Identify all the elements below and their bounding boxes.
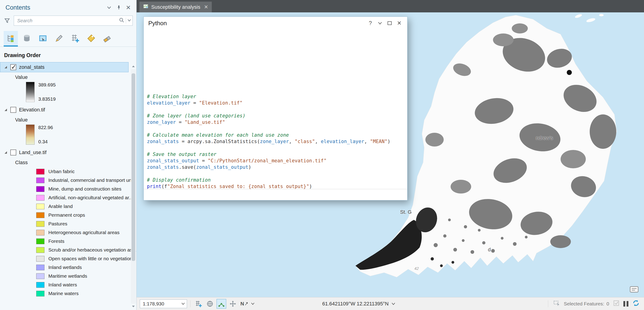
search-options-chevron-icon[interactable] (128, 19, 131, 23)
map-scale-select[interactable]: 1:178,930 (140, 299, 187, 308)
layer-name[interactable]: Land_use.tif (19, 150, 46, 155)
refresh-icon[interactable] (632, 299, 640, 308)
code-line: # Save the output raster (147, 151, 407, 158)
clear-selection-icon[interactable] (613, 300, 620, 308)
pan-crosshair-icon[interactable] (228, 299, 238, 309)
arcgis-pro-window: Contents ✕ (0, 0, 644, 310)
contents-scrollbar[interactable] (131, 64, 136, 309)
coordinates-value: 61.6421109°W 12.2211395°N (322, 301, 389, 307)
code-line: # Elevation layer (147, 93, 407, 100)
legend-class-label: Forests (48, 238, 64, 244)
collapse-chevron-icon[interactable] (375, 19, 385, 28)
python-transcript[interactable]: # Elevation layerelevation_layer = "Elev… (144, 30, 407, 189)
ramp-max-value: 389.695 (38, 82, 56, 88)
code-line: zone_layer = "Land_use.tif" (147, 119, 407, 125)
snapping-icon[interactable] (216, 299, 226, 309)
legend-class-label: Industrial, commercial and transport un.… (48, 177, 136, 183)
contents-search-box (14, 16, 133, 26)
legend-color-chip (36, 282, 44, 288)
list-by-labeling-icon[interactable] (84, 31, 98, 47)
float-window-icon[interactable] (385, 19, 394, 28)
scrollbar-thumb[interactable] (132, 73, 135, 261)
ramp-min-value: 0.34 (38, 139, 53, 144)
legend-class-item: Marine waters (36, 289, 136, 298)
status-bar: 1:178,930 N 61. (136, 297, 644, 310)
search-input[interactable] (17, 18, 119, 23)
legend-color-chip (36, 195, 44, 201)
scroll-down-arrow-icon[interactable] (131, 303, 136, 309)
layer-visibility-checkbox[interactable] (10, 64, 16, 70)
python-close-icon[interactable]: ✕ (394, 19, 404, 28)
legend-color-chip (36, 212, 44, 218)
legend-class-item: Artificial, non-agricultural vegetated a… (36, 193, 136, 202)
python-window-title: Python (148, 20, 366, 27)
code-line (147, 125, 407, 132)
layer-row-elevation[interactable]: Elevation.tif (0, 105, 128, 115)
north-arrow-icon[interactable]: N (240, 299, 249, 309)
pane-close-icon[interactable]: ✕ (124, 3, 133, 12)
legend-color-chip (36, 221, 44, 227)
tab-label: Susceptibility analysis (151, 4, 200, 10)
legend-class-label: Inland waters (48, 282, 77, 287)
tab-close-icon[interactable]: ✕ (204, 4, 208, 10)
grid-plus-icon[interactable] (194, 299, 203, 309)
pin-icon[interactable] (114, 3, 124, 12)
list-by-snapping-icon[interactable] (68, 31, 82, 47)
layer-name[interactable]: zonal_stats (19, 64, 44, 70)
pane-options-chevron-icon[interactable] (104, 3, 114, 12)
python-prompt-input[interactable] (144, 189, 407, 200)
color-ramp (26, 82, 34, 102)
scroll-up-arrow-icon[interactable] (131, 64, 136, 69)
legend-color-chip (36, 265, 44, 270)
ramp-legend: 822.96 0.34 (26, 125, 136, 145)
notifications-icon[interactable] (629, 285, 639, 294)
layer-visibility-checkbox[interactable] (10, 107, 16, 113)
list-by-editing-icon[interactable] (52, 31, 66, 47)
layer-visibility-checkbox[interactable] (10, 150, 16, 155)
view-tab-bar: Susceptibility analysis ✕ (136, 0, 644, 12)
list-by-charts-icon[interactable] (100, 31, 114, 47)
legend-class-label: Permanent crops (48, 212, 85, 218)
expander-icon[interactable] (4, 65, 8, 69)
divider (144, 189, 407, 189)
map-label-elevation-spot: 42 (414, 266, 419, 271)
tab-susceptibility-analysis[interactable]: Susceptibility analysis ✕ (139, 2, 212, 12)
filter-icon[interactable] (2, 16, 12, 26)
chevron-down-icon (181, 302, 185, 305)
map-label-partial: d (488, 247, 491, 253)
legend-class-item: Industrial, commercial and transport un.… (36, 176, 136, 185)
list-by-data-source-icon[interactable] (20, 31, 34, 47)
layer-row-land-use[interactable]: Land_use.tif (0, 147, 128, 158)
legend-heading: Class (15, 160, 136, 166)
basemap-icon[interactable] (205, 299, 215, 309)
legend-class-label: Open spaces with little or no vegetation (48, 256, 132, 261)
legend-heading: Value (15, 117, 136, 123)
python-window-header[interactable]: Python ? ✕ (144, 17, 407, 30)
divider (548, 300, 548, 307)
legend-color-chip (36, 256, 44, 262)
map-canvas[interactable]: ndrew's St. G d 42 Python ? ✕ # Elevatio… (136, 12, 644, 297)
legend-class-label: Inland wetlands (48, 265, 82, 270)
expander-icon[interactable] (4, 108, 8, 112)
pause-drawing-icon[interactable] (623, 301, 628, 306)
python-window: Python ? ✕ # Elevation layerelevation_la… (144, 17, 408, 200)
north-arrow-chevron-icon[interactable] (251, 302, 254, 306)
coordinates-display[interactable]: 61.6421109°W 12.2211395°N (322, 297, 395, 310)
list-by-drawing-order-icon[interactable] (4, 31, 18, 47)
ramp-legend: 389.695 3.83519 (26, 82, 136, 102)
code-line (147, 106, 407, 113)
help-icon[interactable]: ? (366, 19, 375, 28)
legend-color-chip (36, 238, 44, 244)
scrollbar-track[interactable] (131, 69, 136, 303)
search-icon[interactable] (119, 18, 124, 24)
legend-class-item: Inland waters (36, 280, 136, 289)
contents-toolbar (0, 28, 136, 47)
color-ramp (26, 125, 34, 145)
expander-icon[interactable] (4, 151, 8, 154)
layer-name[interactable]: Elevation.tif (19, 107, 45, 113)
layer-row-zonal-stats[interactable]: zonal_stats (0, 62, 128, 72)
list-by-selection-icon[interactable] (36, 31, 50, 47)
code-line: print(f"Zonal statistics saved to: {zona… (147, 183, 407, 189)
legend-class-item: Scrub and/or herbaceous vegetation as... (36, 245, 136, 254)
legend-color-chip (36, 186, 44, 192)
